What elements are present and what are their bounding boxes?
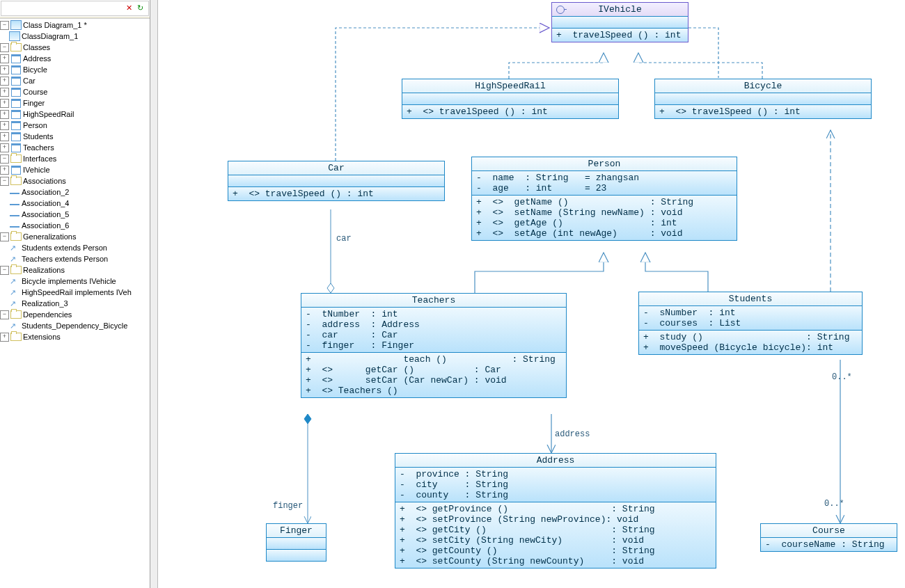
class-title: Car: [228, 161, 444, 175]
tree-label: Students: [23, 131, 53, 142]
tree-label: Teachers: [23, 142, 54, 153]
tree-label: Class Diagram_1 *: [23, 19, 87, 31]
class-section: - province : String - city : String - co…: [395, 468, 716, 502]
tree-item[interactable]: Association_5: [0, 209, 150, 220]
class-section: - sNumber : int - courses : List: [639, 306, 862, 331]
expand-icon[interactable]: +: [0, 333, 9, 342]
uml-class-car[interactable]: Car+ <> travelSpeed () : int: [228, 161, 445, 201]
association-label: address: [555, 429, 590, 439]
tree-label: Interfaces: [23, 153, 56, 164]
tree-item[interactable]: +Address: [0, 53, 150, 64]
tree-item[interactable]: −Class Diagram_1 *: [0, 19, 150, 31]
tree-item[interactable]: +IVehicle: [0, 164, 150, 175]
sidebar-resizer[interactable]: [150, 0, 158, 588]
uml-class-address[interactable]: Address- province : String - city : Stri…: [395, 453, 716, 569]
expand-icon[interactable]: −: [0, 232, 9, 241]
class-section: + teach () : String + <> getCar () : Car…: [301, 353, 566, 397]
class-section: + travelSpeed () : int: [552, 29, 688, 42]
tree-label: Dependencies: [23, 309, 72, 320]
class-title: Bicycle: [655, 79, 871, 93]
uml-class-teachers[interactable]: Teachers- tNumber : int - address : Addr…: [301, 293, 567, 398]
tree-label: Realization_3: [22, 298, 68, 309]
tree-item[interactable]: HighSpeedRail implements IVeh: [0, 287, 150, 298]
tree-label: Association_4: [22, 198, 70, 209]
tree-label: Association_5: [22, 209, 70, 220]
uml-class-finger[interactable]: Finger: [266, 523, 326, 562]
tree-item[interactable]: +Car: [0, 75, 150, 86]
expand-icon[interactable]: −: [0, 43, 9, 52]
tree-item[interactable]: Teachers extends Person: [0, 253, 150, 264]
expand-icon[interactable]: +: [0, 77, 9, 86]
tree-label: HighSpeedRail: [23, 109, 74, 120]
tree-item[interactable]: +Course: [0, 86, 150, 97]
expand-icon[interactable]: +: [0, 132, 9, 141]
tree-item[interactable]: −Dependencies: [0, 309, 150, 320]
tree-item[interactable]: ClassDiagram_1: [0, 31, 150, 42]
tree-item[interactable]: +Students: [0, 131, 150, 142]
tree-item[interactable]: Bicycle implements IVehicle: [0, 276, 150, 287]
tree-label: Associations: [23, 175, 66, 186]
class-section: - tNumber : int - address : Address - ca…: [301, 308, 566, 353]
tree-label: IVehicle: [23, 164, 50, 175]
tree-item[interactable]: +Teachers: [0, 142, 150, 153]
refresh-icon[interactable]: ↻: [137, 3, 147, 13]
expand-icon[interactable]: −: [0, 310, 9, 319]
tree-item[interactable]: +Person: [0, 120, 150, 131]
tree-item[interactable]: Students extends Person: [0, 242, 150, 253]
tree-view[interactable]: −Class Diagram_1 *ClassDiagram_1−Classes…: [0, 19, 150, 343]
tree-item[interactable]: −Interfaces: [0, 153, 150, 164]
class-title: Finger: [267, 524, 326, 538]
expand-icon[interactable]: +: [0, 143, 9, 152]
uml-class-person[interactable]: Person- name : String = zhangsan - age :…: [471, 157, 737, 241]
uml-class-bicycle[interactable]: Bicycle+ <> travelSpeed () : int: [654, 79, 872, 119]
expand-icon[interactable]: +: [0, 110, 9, 119]
tree-item[interactable]: +HighSpeedRail: [0, 109, 150, 120]
expand-icon[interactable]: +: [0, 166, 9, 175]
tree-label: Course: [23, 86, 47, 97]
expand-icon[interactable]: +: [0, 88, 9, 97]
association-label: finger: [273, 501, 303, 511]
class-title: Teachers: [301, 294, 566, 308]
tree-item[interactable]: Realization_3: [0, 298, 150, 309]
expand-icon[interactable]: +: [0, 54, 9, 63]
tree-item[interactable]: +Finger: [0, 97, 150, 109]
tree-item[interactable]: Association_4: [0, 198, 150, 209]
expand-icon[interactable]: +: [0, 121, 9, 130]
expand-icon[interactable]: −: [0, 266, 9, 275]
tree-label: Finger: [23, 97, 45, 109]
tree-label: Car: [23, 75, 36, 86]
uml-class-course[interactable]: Course- courseName : String: [760, 523, 897, 552]
class-section: + study () : String + moveSpeed (Bicycle…: [639, 331, 862, 354]
tree-item[interactable]: Association_2: [0, 186, 150, 198]
class-title: HighSpeedRail: [402, 79, 618, 93]
tree-item[interactable]: Students_Dependency_Bicycle: [0, 320, 150, 331]
tree-item[interactable]: Association_6: [0, 220, 150, 231]
sidebar-panel: ✕ ↻ −Class Diagram_1 *ClassDiagram_1−Cla…: [0, 0, 150, 588]
tree-item[interactable]: −Classes: [0, 42, 150, 53]
expand-icon[interactable]: +: [0, 99, 9, 108]
tree-label: HighSpeedRail implements IVeh: [22, 287, 132, 298]
tree-item[interactable]: −Realizations: [0, 264, 150, 276]
expand-icon[interactable]: −: [0, 21, 9, 30]
tree-label: Teachers extends Person: [22, 253, 108, 264]
filter-bar: ✕ ↻: [1, 1, 149, 16]
clear-filter-icon[interactable]: ✕: [126, 3, 136, 13]
tree-item[interactable]: +Extensions: [0, 331, 150, 342]
tree-label: Realizations: [23, 264, 65, 276]
tree-item[interactable]: +Bicycle: [0, 64, 150, 75]
uml-class-highspeedrail[interactable]: HighSpeedRail+ <> travelSpeed () : int: [402, 79, 619, 119]
expand-icon[interactable]: −: [0, 177, 9, 186]
tree-item[interactable]: −Generalizations: [0, 231, 150, 242]
tree-label: Extensions: [23, 331, 61, 342]
expand-icon[interactable]: −: [0, 154, 9, 164]
class-section: + <> getName () : String + <> setName (S…: [472, 196, 737, 240]
diagram-canvas[interactable]: IVehicle+ travelSpeed () : intHighSpeedR…: [158, 0, 905, 588]
class-section: - name : String = zhangsan - age : int =…: [472, 171, 737, 196]
tree-item[interactable]: −Associations: [0, 175, 150, 186]
class-section: - courseName : String: [761, 538, 897, 551]
class-title: Address: [395, 454, 716, 468]
uml-class-students[interactable]: Students- sNumber : int - courses : List…: [638, 292, 863, 355]
uml-class-ivehicle[interactable]: IVehicle+ travelSpeed () : int: [551, 2, 688, 42]
expand-icon[interactable]: +: [0, 65, 9, 74]
tree-label: Association_6: [22, 220, 70, 231]
